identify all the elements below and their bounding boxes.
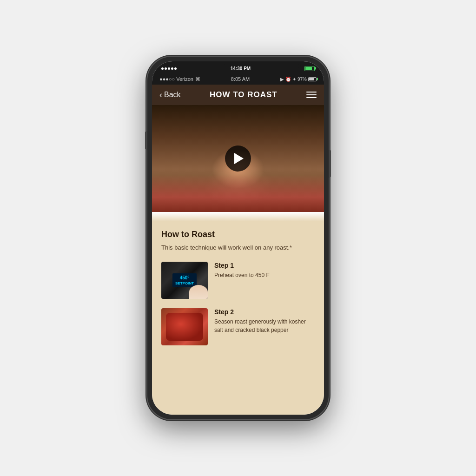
content-area: How to Roast This basic technique will w…: [152, 221, 324, 415]
carrier-text: ●●●○○ Verizon: [159, 76, 193, 82]
battery-icon: [304, 66, 315, 71]
step-item-1: 450°SETPOINT Step 1 Preheat oven to 450 …: [161, 262, 315, 299]
menu-line-1: [306, 92, 317, 93]
step-1-text: Step 1 Preheat oven to 450 F: [214, 262, 315, 279]
battery-indicator-top: [304, 66, 315, 71]
status-time: 8:05 AM: [231, 76, 250, 82]
bluetooth-icon: ✦: [292, 77, 296, 82]
battery-icon-main: [308, 77, 317, 81]
status-time-top: 14:30 PM: [231, 66, 251, 71]
battery-fill: [305, 67, 312, 70]
back-button[interactable]: ‹ Back: [159, 90, 181, 100]
step-1-image: 450°SETPOINT: [161, 262, 208, 299]
battery-percent: 97%: [298, 77, 307, 82]
signal-dot-4: [171, 67, 173, 70]
battery-fill-main: [309, 78, 314, 80]
status-bar: ●●●○○ Verizon ⌘ 8:05 AM ▶ ⏰ ✦ 97%: [152, 74, 324, 85]
content-title: How to Roast: [161, 230, 315, 239]
play-button[interactable]: [225, 145, 251, 172]
carrier-info: ●●●○○ Verizon ⌘: [159, 76, 200, 82]
right-status: ▶ ⏰ ✦ 97%: [280, 77, 317, 82]
step-2-description: Season roast generously with kosher salt…: [214, 317, 315, 334]
video-player[interactable]: [152, 105, 324, 212]
meat-image: [166, 313, 203, 341]
step-2-label: Step 2: [214, 308, 315, 316]
page-title: HOW TO ROAST: [210, 90, 278, 99]
location-icon: ▶: [280, 77, 284, 82]
camera-dot: [297, 64, 301, 68]
content-subtitle: This basic technique will work well on a…: [161, 243, 315, 252]
oven-display: 450°SETPOINT: [172, 273, 197, 287]
phone-frame: 14:30 PM ●●●○○ Verizon ⌘ 8:05 AM ▶ ⏰ ✦: [147, 57, 329, 419]
step-item-2: Step 2 Season roast generously with kosh…: [161, 308, 315, 345]
alarm-icon: ⏰: [285, 77, 291, 82]
signal-dot-3: [168, 67, 170, 70]
menu-button[interactable]: [306, 92, 317, 98]
signal-dot-1: [161, 67, 164, 70]
menu-line-3: [306, 97, 317, 98]
torn-paper-edge: [152, 212, 324, 221]
back-chevron-icon: ‹: [159, 90, 162, 100]
step-1-description: Preheat oven to 450 F: [214, 271, 315, 279]
meat-background: [152, 175, 324, 212]
signal-dot-2: [165, 67, 167, 70]
speaker-grill: [224, 63, 252, 66]
wifi-icon: ⌘: [195, 76, 200, 82]
play-icon: [234, 153, 244, 164]
step-2-image: [161, 308, 208, 345]
menu-line-2: [306, 94, 317, 95]
signal-dot-5: [174, 67, 177, 70]
step-1-label: Step 1: [214, 262, 315, 269]
oven-hand: [189, 285, 208, 299]
back-label: Back: [164, 91, 181, 99]
nav-bar: ‹ Back HOW TO ROAST: [152, 85, 324, 105]
signal-dots: [161, 67, 177, 70]
phone-screen: 14:30 PM ●●●○○ Verizon ⌘ 8:05 AM ▶ ⏰ ✦: [152, 61, 324, 415]
screen-content: 14:30 PM ●●●○○ Verizon ⌘ 8:05 AM ▶ ⏰ ✦: [152, 61, 324, 415]
step-2-text: Step 2 Season roast generously with kosh…: [214, 308, 315, 334]
